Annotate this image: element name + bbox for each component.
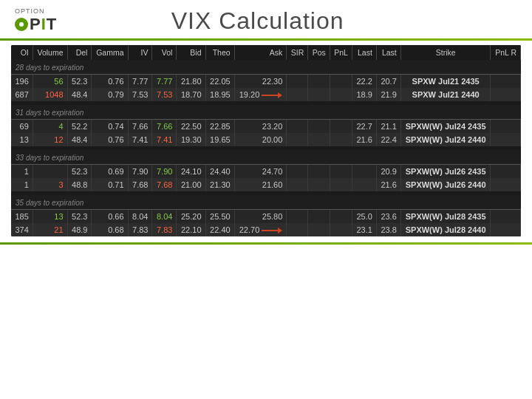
cell-oi: 687 <box>11 88 33 101</box>
cell-gamma: 0.74 <box>92 120 128 134</box>
cell-strike: SPXW Jul21 2435 <box>400 75 491 89</box>
cell-oi: 185 <box>11 210 33 224</box>
cell-strike: SPXW(W) Jul26 2435 <box>400 165 491 179</box>
col-pnlr: PnL R <box>491 45 521 60</box>
cell-last2: 21.6 <box>376 178 400 191</box>
section-header: 33 days to expiration <box>11 150 521 165</box>
cell-pos <box>308 88 330 101</box>
logo-circle-icon <box>15 18 28 31</box>
table-header-row: OI Volume Del Gamma IV Vol Bid Theo Ask … <box>11 45 521 60</box>
cell-pos <box>308 210 330 224</box>
page-title: VIX Calculation <box>57 7 517 35</box>
header: OPTION PIT VIX Calculation <box>0 0 532 38</box>
arrow-icon <box>262 227 282 234</box>
cell-gamma: 0.68 <box>92 223 128 236</box>
cell-bid: 18.70 <box>177 88 205 101</box>
cell-del: 48.8 <box>67 178 92 191</box>
cell-pnl <box>330 178 352 191</box>
section-header: 31 days to expiration <box>11 105 521 120</box>
cell-gamma: 0.76 <box>92 133 128 146</box>
cell-del: 52.3 <box>67 75 92 89</box>
table-row: 13 12 48.4 0.76 7.41 7.41 19.30 19.65 20… <box>11 133 521 146</box>
table-row: 69 4 52.2 0.74 7.66 7.66 22.50 22.85 23.… <box>11 120 521 134</box>
cell-iv: 7.77 <box>128 75 152 89</box>
cell-ask: 23.20 <box>234 120 287 134</box>
col-gamma: Gamma <box>92 45 128 60</box>
cell-last1: 22.2 <box>352 75 376 89</box>
cell-sir <box>287 88 308 101</box>
table-row: 196 56 52.3 0.76 7.77 7.77 21.80 22.05 2… <box>11 75 521 89</box>
cell-last2: 20.7 <box>376 75 400 89</box>
logo-pit: PIT <box>15 15 57 34</box>
cell-theo: 24.40 <box>205 165 234 179</box>
cell-iv: 8.04 <box>128 210 152 224</box>
cell-volume: 1048 <box>33 88 67 101</box>
col-bid: Bid <box>177 45 205 60</box>
cell-del: 48.9 <box>67 223 92 236</box>
table-container: OI Volume Del Gamma IV Vol Bid Theo Ask … <box>11 45 521 236</box>
data-table-wrapper: OI Volume Del Gamma IV Vol Bid Theo Ask … <box>0 45 532 236</box>
cell-sir <box>287 178 308 191</box>
cell-last2: 23.6 <box>376 210 400 224</box>
cell-sir <box>287 133 308 146</box>
cell-oi: 196 <box>11 75 33 89</box>
cell-pnlr <box>491 120 521 134</box>
cell-vol: 7.77 <box>152 75 177 89</box>
cell-last2: 21.9 <box>376 88 400 101</box>
cell-ask: 24.70 <box>234 165 287 179</box>
cell-pnl <box>330 120 352 134</box>
cell-theo: 19.65 <box>205 133 234 146</box>
cell-gamma: 0.79 <box>92 88 128 101</box>
cell-pos <box>308 133 330 146</box>
cell-oi: 13 <box>11 133 33 146</box>
cell-gamma: 0.69 <box>92 165 128 179</box>
cell-ask: 25.80 <box>234 210 287 224</box>
svg-marker-1 <box>278 92 282 98</box>
cell-volume: 12 <box>33 133 67 146</box>
cell-pnlr <box>491 210 521 224</box>
table-row: 1 3 48.8 0.71 7.68 7.68 21.00 21.30 21.6… <box>11 178 521 191</box>
table-row: 185 13 52.3 0.66 8.04 8.04 25.20 25.50 2… <box>11 210 521 224</box>
cell-pnl <box>330 165 352 179</box>
cell-pnlr <box>491 165 521 179</box>
col-strike: Strike <box>400 45 491 60</box>
col-pos: Pos <box>308 45 330 60</box>
cell-last1: 21.6 <box>352 133 376 146</box>
cell-bid: 24.10 <box>177 165 205 179</box>
cell-iv: 7.68 <box>128 178 152 191</box>
cell-bid: 19.30 <box>177 133 205 146</box>
cell-gamma: 0.76 <box>92 75 128 89</box>
logo-dot <box>19 22 24 27</box>
cell-oi: 374 <box>11 223 33 236</box>
cell-pos <box>308 75 330 89</box>
cell-vol: 7.41 <box>152 133 177 146</box>
cell-bid: 25.20 <box>177 210 205 224</box>
table-row: 687 1048 48.4 0.79 7.53 7.53 18.70 18.95… <box>11 88 521 101</box>
cell-del: 48.4 <box>67 133 92 146</box>
header-divider <box>0 38 532 41</box>
cell-last1: 25.0 <box>352 210 376 224</box>
cell-sir <box>287 75 308 89</box>
table-row: 1 52.3 0.69 7.90 7.90 24.10 24.40 24.70 … <box>11 165 521 179</box>
cell-pnlr <box>491 88 521 101</box>
cell-volume: 56 <box>33 75 67 89</box>
cell-last2: 23.8 <box>376 223 400 236</box>
cell-volume <box>33 165 67 179</box>
cell-pos <box>308 120 330 134</box>
cell-pos <box>308 223 330 236</box>
cell-del: 52.3 <box>67 165 92 179</box>
cell-bid: 21.80 <box>177 75 205 89</box>
cell-theo: 18.95 <box>205 88 234 101</box>
cell-pnl <box>330 223 352 236</box>
cell-ask: 20.00 <box>234 133 287 146</box>
svg-marker-3 <box>278 228 282 233</box>
cell-del: 48.4 <box>67 88 92 101</box>
cell-ask: 22.70 <box>234 223 287 236</box>
cell-sir <box>287 223 308 236</box>
cell-pnl <box>330 75 352 89</box>
cell-volume: 21 <box>33 223 67 236</box>
cell-oi: 1 <box>11 165 33 179</box>
cell-vol: 7.68 <box>152 178 177 191</box>
cell-pnlr <box>491 178 521 191</box>
col-last2: Last <box>376 45 400 60</box>
